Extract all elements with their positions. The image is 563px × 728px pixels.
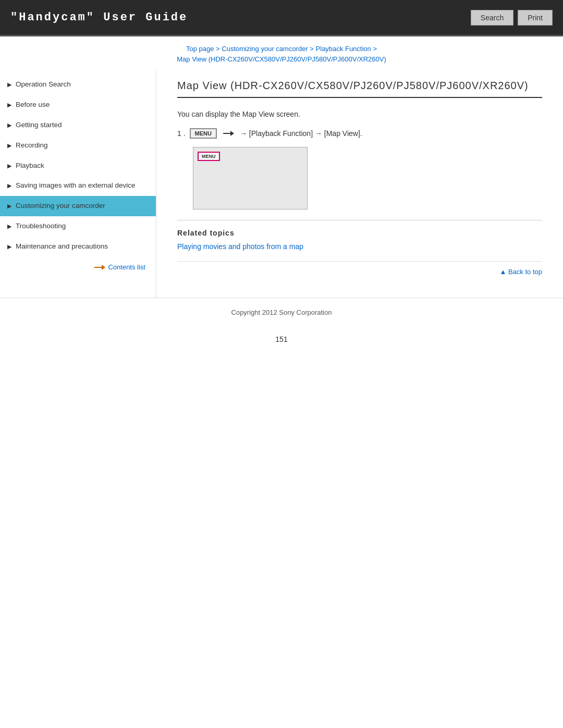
sidebar-item-label: Getting started (16, 120, 62, 130)
sidebar-item-maintenance[interactable]: ▶ Maintenance and precautions (0, 237, 156, 257)
sidebar-item-label: Before use (16, 100, 50, 110)
step-text-body: → [Playback Function] → [Map View]. (240, 129, 362, 138)
arrow-icon: ▶ (7, 243, 11, 251)
search-button[interactable]: Search (471, 10, 513, 26)
menu-button-label: MENU (190, 128, 217, 139)
sidebar-item-label: Playback (16, 161, 44, 171)
related-topics-section: Related topics Playing movies and photos… (177, 220, 542, 251)
sidebar-item-saving-images[interactable]: ▶ Saving images with an external device (0, 176, 156, 196)
sidebar-item-label: Maintenance and precautions (16, 242, 108, 252)
arrow-icon: ▶ (7, 223, 11, 230)
footer: Copyright 2012 Sony Corporation (0, 298, 563, 327)
breadcrumb-sep3: > (371, 45, 377, 53)
contents-list-link[interactable]: Contents list (0, 257, 156, 277)
back-to-top-link[interactable]: ▲ Back to top (499, 268, 542, 276)
sidebar-item-label: Troubleshooting (16, 221, 66, 231)
sidebar-item-label: Saving images with an external device (16, 181, 136, 191)
arrow-icon: ▶ (7, 121, 11, 129)
breadcrumb-sep2: > (308, 45, 316, 53)
sidebar-item-label: Operation Search (16, 80, 71, 90)
contents-list-label: Contents list (108, 263, 145, 271)
arrow-icon: ▶ (7, 162, 11, 170)
sidebar-item-troubleshooting[interactable]: ▶ Troubleshooting (0, 216, 156, 237)
breadcrumb-customizing[interactable]: Customizing your camcorder (222, 45, 308, 53)
arrow-right-icon (94, 267, 105, 268)
arrow-inline-icon (223, 133, 234, 134)
sidebar-item-recording[interactable]: ▶ Recording (0, 135, 156, 156)
arrow-icon: ▶ (7, 202, 11, 210)
step-instruction: 1 . MENU → [Playback Function] → [Map Vi… (177, 128, 542, 139)
content-area: Map View (HDR-CX260V/CX580V/PJ260V/PJ580… (156, 69, 563, 298)
related-topics-title: Related topics (177, 229, 542, 237)
header-buttons: Search Print (471, 10, 553, 26)
sidebar: ▶ Operation Search ▶ Before use ▶ Gettin… (0, 69, 156, 298)
print-button[interactable]: Print (518, 10, 553, 26)
sidebar-item-label: Customizing your camcorder (16, 201, 105, 211)
main-layout: ▶ Operation Search ▶ Before use ▶ Gettin… (0, 69, 563, 298)
breadcrumb-sep1: > (214, 45, 222, 53)
sidebar-item-customizing[interactable]: ▶ Customizing your camcorder (0, 196, 156, 216)
arrow-icon: ▶ (7, 81, 11, 89)
back-to-top-row: ▲ Back to top (177, 261, 542, 282)
screenshot-image: MENU (193, 147, 308, 209)
breadcrumb-top[interactable]: Top page (186, 45, 214, 53)
breadcrumb: Top page > Customizing your camcorder > … (0, 36, 563, 69)
arrow-icon: ▶ (7, 142, 11, 150)
step-number: 1 . (177, 129, 186, 138)
copyright-text: Copyright 2012 Sony Corporation (231, 309, 332, 316)
breadcrumb-map-view[interactable]: Map View (HDR-CX260V/CX580V/PJ260V/PJ580… (177, 55, 386, 63)
header: "Handycam" User Guide Search Print (0, 0, 563, 36)
page-title: Map View (HDR-CX260V/CX580V/PJ260V/PJ580… (177, 80, 542, 98)
sidebar-item-operation-search[interactable]: ▶ Operation Search (0, 75, 156, 95)
site-title: "Handycam" User Guide (10, 11, 188, 24)
arrow-icon: ▶ (7, 101, 11, 109)
breadcrumb-playback-function[interactable]: Playback Function (316, 45, 371, 53)
sidebar-item-getting-started[interactable]: ▶ Getting started (0, 115, 156, 135)
sidebar-item-label: Recording (16, 141, 48, 151)
intro-text: You can display the Map View screen. (177, 108, 542, 120)
menu-button-in-image: MENU (198, 152, 220, 161)
sidebar-item-playback[interactable]: ▶ Playback (0, 156, 156, 176)
sidebar-item-before-use[interactable]: ▶ Before use (0, 95, 156, 115)
page-number: 151 (0, 327, 563, 352)
arrow-icon: ▶ (7, 182, 11, 190)
related-link-1[interactable]: Playing movies and photos from a map (177, 242, 542, 251)
